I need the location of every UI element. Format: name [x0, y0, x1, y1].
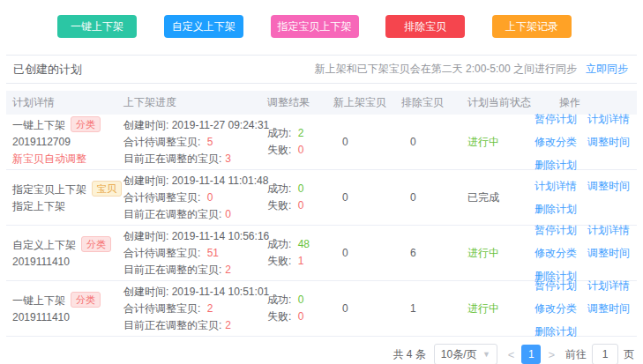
success-value: 48 — [298, 238, 310, 250]
row-operations: 计划详情 调整时间 删除计划 — [535, 179, 632, 217]
goto-label: 前往 — [565, 347, 587, 362]
custom-on-off-shelf-button[interactable]: 自定义上下架 — [164, 15, 243, 38]
item-tag: 宝贝 — [92, 181, 122, 197]
delete-plan-link[interactable]: 删除计划 — [535, 202, 577, 217]
current-value: 2 — [225, 319, 231, 331]
plan-title: 一键上下架 — [12, 119, 65, 131]
success-value: 2 — [298, 127, 304, 139]
created-time: 2019-11-14 10:56:16 — [172, 230, 270, 242]
plan-id: 2019112709 — [12, 134, 123, 151]
new-items-count: 0 — [333, 136, 401, 148]
page-size-value: 10条/页 — [441, 347, 477, 362]
prev-page-icon[interactable]: < — [505, 348, 518, 361]
one-key-on-off-shelf-button[interactable]: 一键上下架 — [57, 15, 137, 38]
created-time: 2019-11-27 09:24:31 — [172, 119, 270, 131]
status-badge: 进行中 — [467, 302, 499, 315]
total-count-text: 共 4 条 — [393, 347, 425, 362]
col-header-progress: 上下架进度 — [123, 95, 267, 110]
edit-category-link[interactable]: 修改分类 — [535, 301, 577, 316]
adjust-time-link[interactable]: 调整时间 — [587, 301, 630, 316]
new-items-count: 0 — [333, 191, 401, 204]
toolbar: 一键上下架 自定义上下架 指定宝贝上下架 排除宝贝 上下架记录 — [57, 15, 572, 38]
current-label: 目前正在调整的宝贝: — [123, 152, 221, 165]
table-row: 一键上下架分类 2019111410 创建时间: 2019-11-14 10:5… — [6, 281, 637, 337]
fail-value: 0 — [298, 144, 304, 156]
total-value: 5 — [207, 136, 213, 148]
category-tag: 分类 — [71, 292, 101, 308]
panel-title: 已创建的计划 — [13, 62, 82, 78]
col-header-new-items: 新上架宝贝 — [333, 95, 401, 110]
col-header-status: 计划当前状态 — [467, 95, 535, 110]
goto-page-input[interactable] — [592, 344, 618, 364]
exclude-items-button[interactable]: 排除宝贝 — [385, 15, 465, 38]
total-label: 合计待调整宝贝: — [123, 302, 200, 315]
excluded-count: 0 — [401, 136, 467, 148]
success-label: 成功: — [267, 238, 291, 250]
edit-category-link[interactable]: 修改分类 — [535, 135, 577, 150]
excluded-count: 1 — [401, 302, 467, 315]
goto-suffix: 页 — [624, 347, 634, 362]
delete-plan-link[interactable]: 删除计划 — [535, 324, 577, 339]
total-label: 合计待调整宝贝: — [123, 136, 200, 148]
new-items-count: 0 — [333, 302, 401, 315]
pause-plan-link[interactable]: 暂停计划 — [535, 223, 577, 238]
plan-detail-link[interactable]: 计划详情 — [587, 223, 630, 238]
fail-label: 失败: — [267, 199, 291, 212]
pagination: 共 4 条 10条/页 ▼ < 1 > 前往 页 — [6, 343, 637, 364]
panel-header: 已创建的计划 新上架和已下架宝贝会在第二天 2:00-5:00 之间进行同步 立… — [6, 55, 637, 84]
fail-label: 失败: — [267, 255, 291, 267]
total-value: 51 — [207, 247, 219, 259]
fail-label: 失败: — [267, 144, 291, 156]
sync-now-link[interactable]: 立即同步 — [586, 62, 628, 77]
total-label: 合计待调整宝贝: — [123, 247, 200, 259]
category-tag: 分类 — [71, 116, 101, 132]
status-badge: 已完成 — [467, 191, 499, 204]
created-label: 创建时间: — [123, 286, 168, 298]
col-header-result: 调整结果 — [267, 95, 333, 110]
plan-detail-link[interactable]: 计划详情 — [587, 112, 630, 127]
plan-title: 指定宝贝上下架 — [12, 183, 86, 196]
row-operations: 暂停计划 计划详情 修改分类 调整时间 删除计划 — [535, 279, 632, 339]
table-row: 指定宝贝上下架宝贝 指定上下架 创建时间: 2019-11-14 11:01:4… — [6, 170, 637, 226]
current-label: 目前正在调整的宝贝: — [123, 264, 221, 276]
pager: < 1 > — [505, 345, 557, 364]
sync-note: 新上架和已下架宝贝会在第二天 2:00-5:00 之间进行同步 — [315, 62, 577, 77]
next-page-icon[interactable]: > — [545, 348, 557, 361]
status-badge: 进行中 — [467, 136, 499, 148]
page-number-button[interactable]: 1 — [521, 345, 541, 364]
on-off-shelf-records-button[interactable]: 上下架记录 — [492, 15, 572, 38]
plan-note: 新宝贝自动调整 — [12, 151, 123, 167]
page-size-select[interactable]: 10条/页 ▼ — [434, 344, 497, 364]
new-items-count: 0 — [333, 247, 401, 259]
created-label: 创建时间: — [123, 175, 168, 187]
total-value: 2 — [207, 302, 213, 315]
plan-id: 2019111410 — [12, 309, 123, 326]
plan-detail-link[interactable]: 计划详情 — [587, 279, 630, 293]
edit-category-link[interactable]: 修改分类 — [535, 246, 577, 261]
total-value: 0 — [207, 191, 213, 204]
plan-id: 2019111410 — [12, 254, 123, 271]
created-time: 2019-11-14 11:01:48 — [172, 175, 269, 187]
status-badge: 进行中 — [467, 247, 499, 259]
fail-value: 1 — [298, 255, 304, 267]
created-label: 创建时间: — [123, 119, 168, 131]
current-value: 3 — [225, 152, 231, 165]
adjust-time-link[interactable]: 调整时间 — [587, 135, 630, 150]
plan-detail-link[interactable]: 计划详情 — [535, 179, 577, 194]
current-label: 目前正在调整的宝贝: — [123, 208, 221, 220]
col-header-excluded: 排除宝贝 — [401, 95, 467, 110]
caret-down-icon: ▼ — [482, 350, 490, 359]
fail-value: 0 — [298, 310, 304, 323]
specify-item-on-off-shelf-button[interactable]: 指定宝贝上下架 — [271, 15, 359, 38]
delete-plan-link[interactable]: 删除计划 — [535, 158, 577, 173]
pause-plan-link[interactable]: 暂停计划 — [535, 112, 577, 127]
plan-title: 一键上下架 — [12, 294, 65, 307]
plan-sub: 指定上下架 — [12, 198, 123, 215]
adjust-time-link[interactable]: 调整时间 — [587, 246, 630, 261]
current-label: 目前正在调整的宝贝: — [123, 319, 221, 331]
plan-title: 自定义上下架 — [12, 239, 76, 251]
row-operations: 暂停计划 计划详情 修改分类 调整时间 删除计划 — [535, 112, 632, 173]
pause-plan-link[interactable]: 暂停计划 — [535, 279, 577, 293]
adjust-time-link[interactable]: 调整时间 — [587, 179, 630, 194]
fail-value: 0 — [298, 199, 304, 212]
